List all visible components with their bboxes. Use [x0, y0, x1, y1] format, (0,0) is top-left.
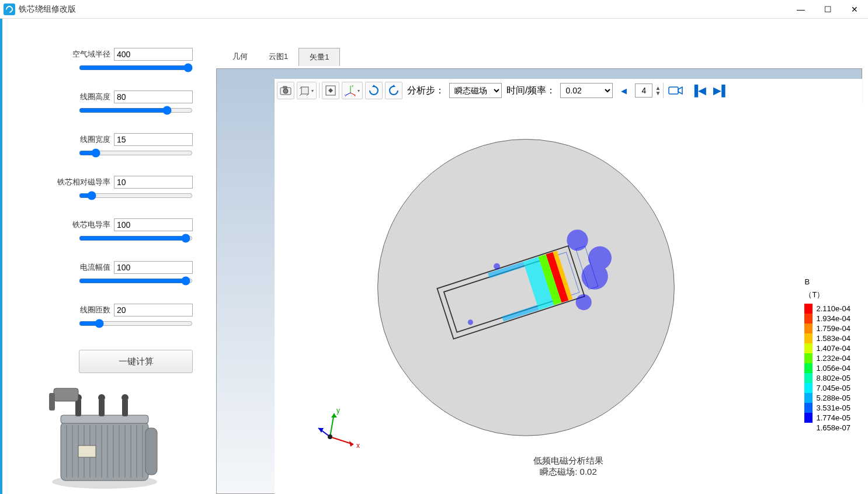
calculate-button[interactable]: 一键计算 — [79, 350, 193, 373]
param-slider[interactable] — [79, 148, 193, 158]
tab-1[interactable]: 云图1 — [258, 48, 298, 66]
svg-rect-30 — [301, 87, 308, 94]
param-slider[interactable] — [79, 63, 193, 72]
analysis-step-select[interactable]: 瞬态磁场 — [449, 83, 502, 98]
maximize-button[interactable]: ☐ — [814, 0, 841, 19]
svg-rect-20 — [99, 399, 105, 416]
skip-end-button[interactable]: ▶▌ — [711, 82, 731, 99]
svg-point-21 — [98, 394, 105, 401]
svg-rect-25 — [49, 393, 55, 410]
param-input[interactable] — [114, 218, 193, 231]
param-label: 线圈高度 — [80, 92, 110, 102]
svg-rect-26 — [78, 446, 96, 457]
svg-text:y: y — [336, 406, 340, 415]
svg-point-28 — [283, 89, 288, 93]
svg-line-37 — [346, 93, 350, 95]
legend-entry: 8.802e-05 — [804, 373, 850, 383]
legend-entry: 2.110e-04 — [804, 304, 850, 314]
svg-text:y: y — [345, 93, 346, 96]
snapshot-button[interactable] — [277, 82, 294, 99]
param-input[interactable] — [114, 176, 193, 189]
param-6: 线圈匝数 — [8, 304, 193, 330]
svg-rect-1 — [61, 422, 148, 481]
legend-entry: 5.288e-05 — [804, 393, 850, 403]
result-subtitle: 瞬态磁场: 0.02 — [275, 467, 862, 478]
param-input[interactable] — [114, 48, 193, 61]
legend-quantity: B — [804, 277, 850, 286]
param-input[interactable] — [114, 133, 193, 146]
svg-text:z: z — [352, 85, 353, 88]
param-label: 铁芯电导率 — [72, 220, 110, 230]
legend-entry: 1.759e-04 — [804, 323, 850, 333]
color-legend: B （T） 2.110e-041.934e-041.759e-041.583e-… — [804, 277, 850, 433]
svg-text:x: x — [356, 441, 360, 450]
param-slider[interactable] — [79, 276, 193, 286]
stepper-icon[interactable]: ▲▼ — [655, 85, 661, 96]
param-input[interactable] — [114, 91, 193, 103]
param-slider[interactable] — [79, 234, 193, 243]
step-back-icon[interactable]: ◀ — [615, 82, 633, 99]
result-title: 低频电磁分析结果 — [275, 455, 862, 467]
rotate-cw-button[interactable] — [365, 82, 383, 99]
fit-view-button[interactable] — [322, 82, 339, 99]
time-freq-select[interactable]: 0.02 — [560, 83, 613, 98]
close-button[interactable]: ✕ — [841, 0, 868, 19]
param-slider[interactable] — [79, 106, 193, 115]
svg-rect-16 — [145, 428, 157, 475]
legend-entry: 1.056e-04 — [804, 363, 850, 373]
tab-2[interactable]: 矢量1 — [298, 48, 340, 66]
legend-entry: 1.232e-04 — [804, 353, 850, 363]
param-input[interactable] — [114, 304, 193, 316]
param-input[interactable] — [114, 261, 193, 274]
time-freq-label: 时间/频率： — [504, 85, 558, 97]
titlebar: 铁芯绕组修改版 — ☐ ✕ — [0, 0, 868, 19]
app-icon — [4, 4, 15, 15]
svg-rect-29 — [283, 86, 287, 88]
param-3: 铁芯相对磁导率 — [8, 176, 193, 202]
rotate-ccw-button[interactable] — [385, 82, 402, 99]
viewport[interactable]: zxy 分析步： 瞬态磁场 时间/频率： 0.02 ◀ ▲▼ — [216, 68, 862, 494]
result-caption: 低频电磁分析结果 瞬态磁场: 0.02 — [275, 455, 862, 478]
param-2: 线圈宽度 — [8, 133, 193, 159]
svg-rect-22 — [122, 399, 128, 416]
result-plot — [275, 102, 862, 494]
axis-triad: x y — [315, 405, 362, 453]
minimize-button[interactable]: — — [787, 0, 814, 19]
legend-entry: 1.407e-04 — [804, 343, 850, 353]
param-1: 线圈高度 — [8, 91, 193, 117]
param-slider[interactable] — [79, 319, 193, 328]
canvas-area[interactable]: x y 低频电磁分析结果 瞬态磁场: 0.02 B （T） 2.110e-041… — [275, 102, 862, 494]
param-label: 线圈宽度 — [80, 134, 110, 145]
legend-entry: 7.045e-05 — [804, 383, 850, 393]
svg-text:x: x — [354, 93, 356, 96]
param-4: 铁芯电导率 — [8, 218, 193, 245]
transformer-image — [43, 375, 166, 494]
view-tabs: 几何云图1矢量1 — [216, 48, 868, 66]
tab-0[interactable]: 几何 — [222, 48, 258, 66]
svg-rect-17 — [61, 415, 148, 423]
frame-number-input[interactable] — [635, 84, 652, 98]
legend-entry: 1.658e-07 — [804, 423, 850, 433]
skip-start-button[interactable]: ▐◀ — [688, 82, 709, 99]
legend-entry: 1.774e-05 — [804, 413, 850, 423]
viewport-toolbar: zxy 分析步： 瞬态磁场 时间/频率： 0.02 ◀ ▲▼ — [275, 79, 862, 102]
axes-dropdown[interactable]: zxy — [342, 82, 363, 99]
record-button[interactable] — [666, 82, 686, 99]
legend-entry: 3.531e-05 — [804, 403, 850, 413]
param-label: 空气域半径 — [72, 49, 110, 60]
param-label: 线圈匝数 — [80, 305, 110, 315]
param-label: 电流幅值 — [80, 262, 110, 273]
param-0: 空气域半径 — [8, 48, 193, 74]
svg-line-32 — [300, 94, 301, 96]
legend-entry: 1.583e-04 — [804, 333, 850, 343]
svg-point-42 — [378, 139, 675, 436]
view-orientation-dropdown[interactable] — [297, 82, 317, 99]
svg-point-64 — [328, 434, 332, 439]
param-slider[interactable] — [79, 191, 193, 200]
svg-rect-41 — [669, 87, 678, 94]
svg-point-23 — [121, 394, 129, 401]
sidebar: 空气域半径 线圈高度 线圈宽度 铁芯相对磁导率 铁芯电导率 电流幅值 线圈匝数 … — [0, 19, 216, 494]
svg-rect-18 — [75, 399, 81, 416]
legend-entry: 1.934e-04 — [804, 314, 850, 323]
window-title: 铁芯绕组修改版 — [19, 4, 787, 15]
